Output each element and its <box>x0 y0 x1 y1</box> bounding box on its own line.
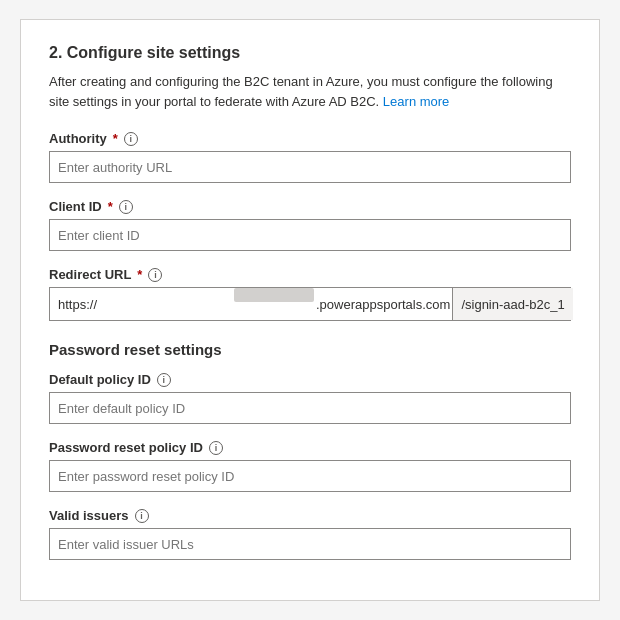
authority-required-star: * <box>113 131 118 146</box>
redirect-url-path-suffix: /signin-aad-b2c_1 <box>452 288 572 320</box>
password-reset-subtitle: Password reset settings <box>49 341 571 358</box>
section-title: 2. Configure site settings <box>49 44 571 62</box>
client-id-label: Client ID * i <box>49 199 571 214</box>
valid-issuers-label: Valid issuers i <box>49 508 571 523</box>
client-id-field-group: Client ID * i <box>49 199 571 251</box>
reset-policy-label: Password reset policy ID i <box>49 440 571 455</box>
client-id-info-icon[interactable]: i <box>119 200 133 214</box>
redirect-url-info-icon[interactable]: i <box>148 268 162 282</box>
redirect-url-required-star: * <box>137 267 142 282</box>
authority-field-group: Authority * i <box>49 131 571 183</box>
redirect-url-label: Redirect URL * i <box>49 267 571 282</box>
description-text: After creating and configuring the B2C t… <box>49 72 571 111</box>
client-id-required-star: * <box>108 199 113 214</box>
redirect-url-wrapper: .powerappsportals.com /signin-aad-b2c_1 <box>49 287 571 321</box>
reset-policy-info-icon[interactable]: i <box>209 441 223 455</box>
valid-issuers-input[interactable] <box>49 528 571 560</box>
default-policy-field-group: Default policy ID i <box>49 372 571 424</box>
authority-info-icon[interactable]: i <box>124 132 138 146</box>
default-policy-label: Default policy ID i <box>49 372 571 387</box>
client-id-input[interactable] <box>49 219 571 251</box>
redirect-url-domain-suffix: .powerappsportals.com <box>314 288 452 320</box>
url-redacted-block <box>234 288 314 302</box>
default-policy-info-icon[interactable]: i <box>157 373 171 387</box>
default-policy-input[interactable] <box>49 392 571 424</box>
learn-more-link[interactable]: Learn more <box>383 94 449 109</box>
redirect-url-input[interactable] <box>50 288 234 320</box>
configure-site-settings-card: 2. Configure site settings After creatin… <box>20 19 600 601</box>
reset-policy-field-group: Password reset policy ID i <box>49 440 571 492</box>
valid-issuers-field-group: Valid issuers i <box>49 508 571 560</box>
authority-input[interactable] <box>49 151 571 183</box>
reset-policy-input[interactable] <box>49 460 571 492</box>
redirect-url-field-group: Redirect URL * i .powerappsportals.com /… <box>49 267 571 321</box>
authority-label: Authority * i <box>49 131 571 146</box>
valid-issuers-info-icon[interactable]: i <box>135 509 149 523</box>
